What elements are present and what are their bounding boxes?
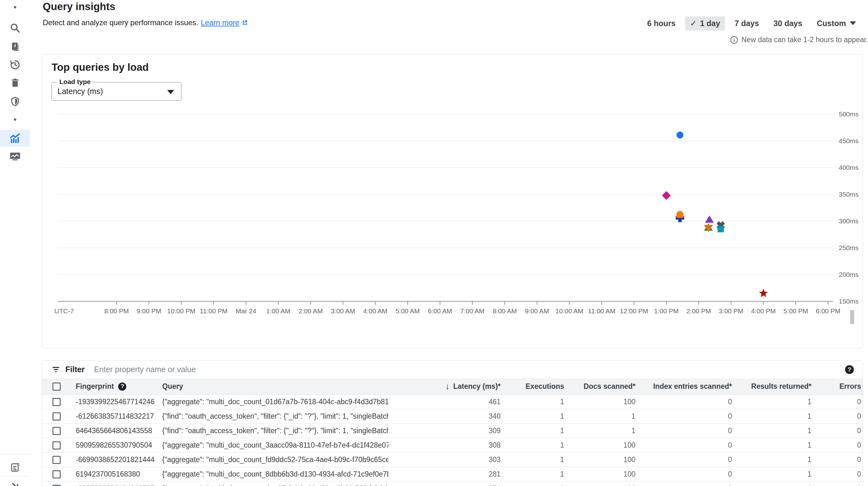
- queries-table-card: Filter ? Fingerprint?Query↓Latency (ms)*…: [42, 360, 863, 486]
- time-range-label: 1 day: [700, 19, 720, 28]
- legend-scrollbar[interactable]: [850, 310, 854, 324]
- row-checkbox[interactable]: [53, 441, 61, 450]
- shield-icon: [10, 96, 21, 107]
- index-entries-scanned-cell: 0: [636, 427, 732, 435]
- x-axis-label: 10:00 PM: [167, 307, 195, 315]
- column-header[interactable]: Latency (ms)*: [453, 382, 501, 391]
- fingerprint-cell: -8295002236194316765: [76, 484, 162, 486]
- search-icon: [9, 22, 21, 34]
- x-axis-label: 3:00 PM: [719, 307, 743, 315]
- sidebar-item-insights-chart-selected[interactable]: [0, 130, 30, 147]
- y-axis-label: 500ms: [839, 110, 859, 118]
- latency-ms-cell: 308: [389, 441, 501, 450]
- column-header[interactable]: Docs scanned*: [584, 382, 636, 390]
- column-header-fingerprint[interactable]: Fingerprint: [76, 382, 114, 391]
- query-cell: {"aggregate": "multi_doc_count_3aacc09a-…: [162, 441, 389, 450]
- scatter-point-rounded-square[interactable]: [677, 211, 684, 218]
- left-sidebar: [0, 0, 30, 486]
- row-checkbox[interactable]: [53, 412, 61, 421]
- docs-scanned-cell: 100: [564, 484, 636, 486]
- insights-chart-icon: [9, 132, 21, 145]
- table-row[interactable]: 6464365664806143558{"find": "oauth_acces…: [42, 424, 863, 438]
- sidebar-divider: [0, 476, 30, 477]
- scatter-point-square[interactable]: [717, 226, 724, 232]
- column-header[interactable]: Executions: [525, 382, 564, 390]
- x-axis-label: 11:00 AM: [588, 307, 615, 315]
- sidebar-item-flash-pages[interactable]: [0, 38, 30, 55]
- y-axis-label: 450ms: [839, 137, 859, 144]
- x-axis-label: 4:00 PM: [751, 307, 776, 315]
- sidebar-item-trash[interactable]: [0, 74, 30, 91]
- query-cell: {"aggregate": "multi_doc_count_8dbb6b3d-…: [162, 470, 389, 479]
- x-axis-label: 3:00 AM: [331, 307, 355, 315]
- x-axis-label: 9:00 PM: [137, 307, 161, 315]
- column-header[interactable]: Errors: [839, 382, 861, 390]
- docs-scanned-cell: 1: [564, 412, 636, 421]
- x-axis-label: 1:00 PM: [654, 307, 679, 315]
- table-row[interactable]: 5909598265530790504{"aggregate": "multi_…: [42, 438, 863, 453]
- results-returned-cell: 1: [732, 398, 811, 406]
- column-header-query[interactable]: Query: [162, 382, 183, 390]
- row-checkbox[interactable]: [53, 470, 61, 479]
- time-range-custom-dropdown[interactable]: Custom: [812, 17, 861, 30]
- fingerprint-cell: 6464365664806143558: [76, 427, 162, 435]
- sidebar-item-search[interactable]: [0, 20, 30, 36]
- executions-cell: 1: [501, 456, 564, 464]
- executions-cell: 1: [501, 441, 564, 450]
- table-row[interactable]: -6699038652201821444{"aggregate": "multi…: [42, 453, 863, 467]
- fingerprint-cell: 6194237005168380: [76, 470, 162, 479]
- row-checkbox[interactable]: [53, 427, 61, 435]
- table-row[interactable]: -8295002236194316765{"aggregate": "multi…: [42, 482, 863, 486]
- x-axis-label: 6:00 AM: [428, 307, 452, 315]
- fingerprint-cell: -1939399225467714246: [76, 398, 162, 406]
- y-axis-label: 400ms: [839, 164, 859, 171]
- time-range-6-hours[interactable]: 6 hours: [642, 17, 680, 30]
- scatter-point-star[interactable]: [759, 289, 768, 297]
- executions-cell: 1: [501, 427, 564, 435]
- page-subtitle: Detect and analyze query performance iss…: [43, 18, 248, 27]
- y-axis-label: 300ms: [839, 217, 859, 225]
- x-axis-label: 8:00 AM: [492, 307, 517, 315]
- time-range-1-day[interactable]: ✓1 day: [685, 16, 725, 30]
- time-range-7-days[interactable]: 7 days: [730, 17, 764, 30]
- fingerprint-cell: 5909598265530790504: [76, 441, 162, 450]
- sidebar-item-release-notes[interactable]: [0, 459, 30, 475]
- table-row[interactable]: -1939399225467714246{"aggregate": "multi…: [42, 395, 863, 409]
- x-axis-label: 2:00 PM: [686, 307, 711, 315]
- errors-cell: 0: [811, 456, 861, 464]
- time-range-label: 6 hours: [647, 19, 675, 28]
- x-axis-label: 2:00 AM: [299, 307, 323, 315]
- scatter-point-circle[interactable]: [677, 132, 684, 138]
- dot-icon: [10, 2, 21, 12]
- learn-more-link[interactable]: Learn more: [201, 18, 248, 27]
- sort-descending-icon[interactable]: ↓: [445, 381, 450, 391]
- scatter-point-triangle-up[interactable]: [705, 216, 714, 223]
- time-range-30-days[interactable]: 30 days: [768, 17, 807, 30]
- sidebar-item-collapse-arrow[interactable]: [0, 479, 30, 486]
- table-help-icon[interactable]: ?: [845, 365, 854, 374]
- row-checkbox[interactable]: [53, 485, 61, 486]
- sidebar-item-shield[interactable]: [0, 93, 30, 110]
- column-header[interactable]: Index entries scanned*: [653, 382, 732, 390]
- x-axis-label: 9:00 AM: [525, 307, 549, 315]
- sidebar-item-history[interactable]: [0, 56, 30, 73]
- docs-scanned-cell: 100: [564, 441, 636, 450]
- column-header[interactable]: Results returned*: [751, 382, 811, 390]
- table-row[interactable]: 6194237005168380{"aggregate": "multi_doc…: [42, 467, 863, 482]
- fingerprint-help-icon[interactable]: ?: [118, 382, 126, 391]
- row-checkbox[interactable]: [53, 398, 61, 406]
- results-returned-cell: 1: [732, 427, 811, 435]
- latency-ms-cell: 281: [389, 470, 501, 479]
- filter-input[interactable]: [94, 365, 845, 374]
- sidebar-item-monitoring[interactable]: [0, 148, 30, 165]
- table-row[interactable]: -6126638357114832217{"find": "oauth_acce…: [42, 409, 863, 424]
- scatter-point-diamond[interactable]: [662, 191, 671, 200]
- dot-icon: [10, 114, 21, 125]
- latency-ms-cell: 303: [389, 456, 501, 464]
- y-axis-label: 350ms: [839, 191, 859, 198]
- row-checkbox[interactable]: [53, 456, 61, 464]
- latency-ms-cell: 461: [389, 398, 501, 406]
- select-all-checkbox[interactable]: [53, 382, 61, 391]
- time-range-label: 30 days: [773, 19, 802, 28]
- data-freshness-notice: New data can take 1-2 hours to appear.: [730, 35, 868, 44]
